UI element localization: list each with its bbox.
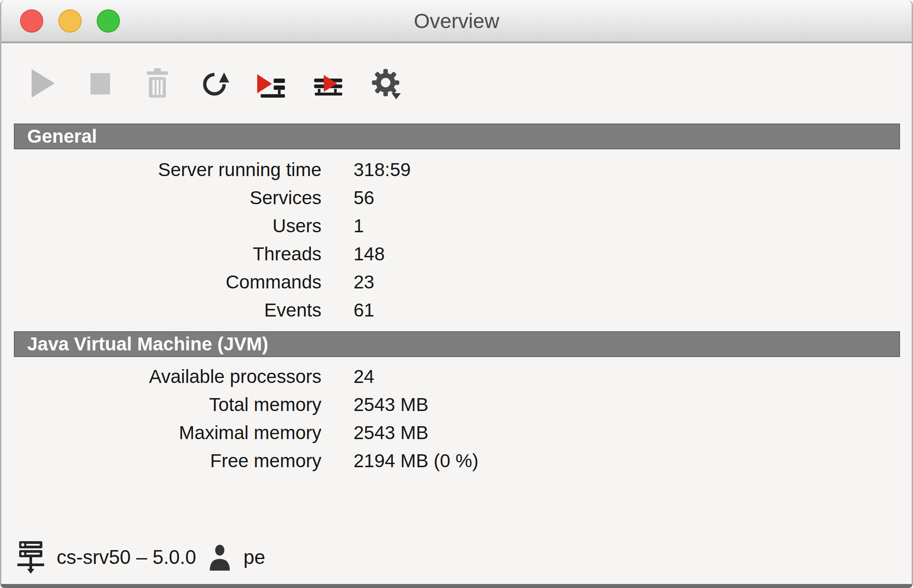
section-title: General [27,126,97,147]
settings-menu-button[interactable] [370,65,401,102]
start-service-button[interactable] [256,65,287,102]
stat-label: Total memory [15,394,321,415]
table-row: Total memory 2543 MB [1,391,912,419]
server-icon [16,540,45,574]
stat-value: 24 [354,366,912,387]
server-label: cs-srv50 – 5.0.0 [57,546,196,568]
title-bar[interactable]: Overview [1,0,912,43]
toolbar [1,43,912,123]
table-row: Services 56 [1,184,912,212]
table-row: Server running time 318:59 [1,156,912,184]
delete-button[interactable] [142,65,173,102]
stat-label: Server running time [15,159,321,181]
refresh-icon [199,66,230,100]
table-row: Commands 23 [1,268,912,296]
window-title: Overview [414,9,499,33]
stat-label: Maximal memory [15,422,321,444]
stat-value: 23 [354,271,912,293]
stat-value: 148 [354,243,912,265]
table-row: Maximal memory 2543 MB [1,419,912,447]
stop-icon [88,68,113,99]
minimize-button[interactable] [58,9,82,33]
traffic-lights [20,0,120,41]
zoom-button[interactable] [97,9,120,33]
play-list-icon [256,67,287,100]
start-button[interactable] [28,65,58,102]
table-row: Available processors 24 [1,362,912,391]
refresh-button[interactable] [199,65,230,102]
table-row: Events 61 [1,296,912,324]
stat-value: 1 [354,215,912,237]
table-row: Free memory 2194 MB (0 %) [1,447,912,475]
stat-label: Available processors [15,366,321,387]
stat-label: Services [15,187,321,209]
table-row: Threads 148 [1,240,912,268]
user-label: pe [243,546,265,568]
general-rows: Server running time 318:59 Services 56 U… [1,149,912,324]
status-bar: cs-srv50 – 5.0.0 pe [16,540,265,574]
section-gap [1,324,912,331]
trash-icon [144,67,171,99]
stat-value: 318:59 [354,159,912,181]
table-row: Users 1 [1,212,912,240]
jvm-rows: Available processors 24 Total memory 254… [1,357,912,475]
restart-service-button[interactable] [313,65,344,102]
section-header-jvm: Java Virtual Machine (JVM) [14,331,900,357]
user-icon [208,544,232,571]
stat-label: Threads [15,243,321,265]
stat-value: 2194 MB (0 %) [354,450,912,472]
section-header-general: General [14,123,900,149]
app-window: Overview [0,0,913,588]
section-title: Java Virtual Machine (JVM) [27,333,268,355]
stat-label: Commands [15,271,321,293]
stat-value: 56 [354,187,912,209]
stat-label: Free memory [15,450,321,472]
stat-label: Users [15,215,321,237]
play-through-list-icon [313,67,344,100]
stat-value: 61 [354,300,912,321]
play-icon [30,68,57,99]
stat-value: 2543 MB [354,422,912,444]
stop-button[interactable] [85,65,115,102]
stat-label: Events [15,300,321,321]
stat-value: 2543 MB [354,394,912,415]
gear-dropdown-icon [370,64,401,103]
close-button[interactable] [20,9,43,33]
